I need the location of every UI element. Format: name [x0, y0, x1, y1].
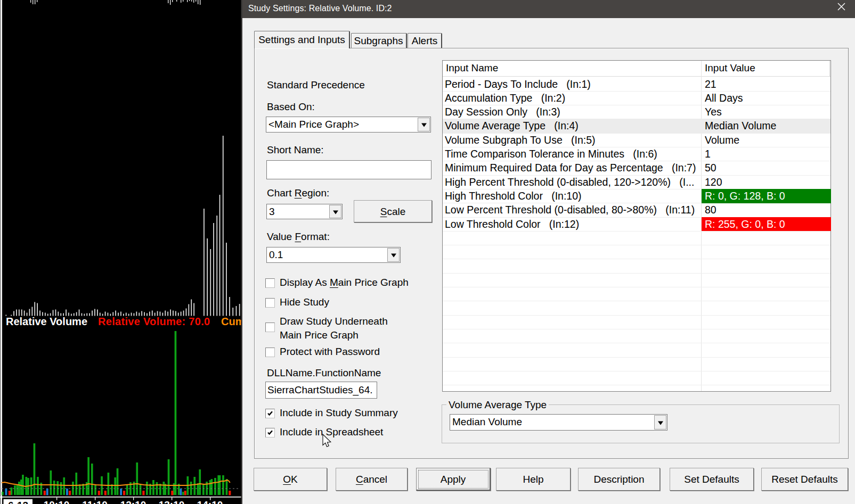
svg-text:12:10: 12:10 — [120, 499, 146, 504]
svg-text:Relative Volume: 70.0: Relative Volume: 70.0 — [98, 316, 210, 327]
svg-text:10:10: 10:10 — [44, 499, 70, 504]
svg-text:Relative Volume: Relative Volume — [6, 316, 87, 327]
svg-text:6-13: 6-13 — [8, 500, 28, 504]
svg-text:14:10: 14:10 — [197, 499, 223, 504]
svg-text:13:10: 13:10 — [159, 499, 185, 504]
svg-text:11:10: 11:10 — [82, 499, 108, 504]
svg-text:Cum: Cum — [221, 316, 242, 327]
